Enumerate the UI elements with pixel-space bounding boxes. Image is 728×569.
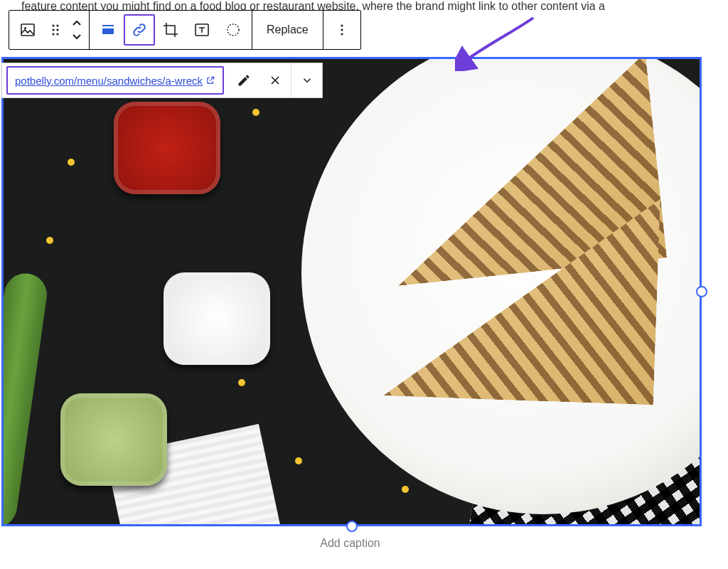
link-popover: potbelly.com/menu/sandwiches/a-wreck xyxy=(1,63,323,98)
svg-point-13 xyxy=(341,28,343,31)
text-overlay-icon xyxy=(193,21,210,38)
toolbar-group-more xyxy=(323,11,360,49)
block-movers xyxy=(68,14,86,46)
link-icon xyxy=(131,21,148,38)
link-url[interactable]: potbelly.com/menu/sandwiches/a-wreck xyxy=(6,66,224,95)
svg-point-7 xyxy=(56,33,58,35)
corn-kernel xyxy=(46,237,53,244)
more-options-button[interactable] xyxy=(326,14,358,46)
align-button[interactable] xyxy=(92,14,124,46)
image-block-type-button[interactable] xyxy=(12,14,43,46)
duotone-icon xyxy=(225,21,242,38)
svg-point-3 xyxy=(56,24,58,26)
image-block-icon xyxy=(19,21,36,38)
corn-kernel xyxy=(252,109,259,116)
corn-kernel xyxy=(402,486,409,493)
move-up-button[interactable] xyxy=(68,17,86,30)
annotation-arrow xyxy=(455,14,540,71)
replace-button[interactable]: Replace xyxy=(255,14,320,46)
duotone-button[interactable] xyxy=(218,14,249,46)
link-button[interactable] xyxy=(124,14,155,46)
edit-icon xyxy=(237,73,251,87)
svg-point-11 xyxy=(228,24,239,36)
more-options-icon xyxy=(335,23,349,37)
chevron-up-icon xyxy=(72,20,82,27)
svg-rect-0 xyxy=(21,24,34,36)
image-block[interactable] xyxy=(1,57,702,526)
resize-handle-bottom[interactable] xyxy=(346,521,358,532)
align-icon xyxy=(100,21,117,38)
chevron-down-icon xyxy=(72,33,82,40)
resize-handle-right[interactable] xyxy=(696,286,707,297)
svg-point-1 xyxy=(24,27,26,29)
svg-point-6 xyxy=(52,33,54,35)
svg-point-5 xyxy=(56,28,58,31)
crop-icon xyxy=(162,21,179,38)
svg-rect-9 xyxy=(102,28,114,34)
link-url-text: potbelly.com/menu/sandwiches/a-wreck xyxy=(15,75,203,87)
svg-point-2 xyxy=(52,24,54,26)
link-settings-toggle[interactable] xyxy=(291,63,322,97)
corn-kernel xyxy=(238,379,245,386)
block-toolbar: Replace xyxy=(9,10,361,50)
remove-link-button[interactable] xyxy=(259,63,291,97)
drag-handle-icon xyxy=(50,23,61,37)
edit-link-button[interactable] xyxy=(228,63,259,97)
move-down-button[interactable] xyxy=(68,30,86,43)
svg-point-12 xyxy=(341,24,343,26)
text-overlay-button[interactable] xyxy=(186,14,218,46)
toolbar-group-replace: Replace xyxy=(252,11,323,49)
sauce-red xyxy=(114,102,220,194)
sauce-white xyxy=(164,272,270,365)
chevron-down-icon xyxy=(301,74,314,87)
toolbar-group-block xyxy=(9,11,90,49)
corn-kernel xyxy=(68,159,75,166)
svg-point-4 xyxy=(52,28,54,31)
crop-button[interactable] xyxy=(155,14,186,46)
svg-point-14 xyxy=(341,33,343,35)
corn-kernel xyxy=(295,457,302,464)
toolbar-group-format xyxy=(90,11,252,49)
image-content xyxy=(4,59,700,524)
close-icon xyxy=(268,73,282,87)
green-onion xyxy=(4,271,50,524)
sauce-green xyxy=(60,393,167,486)
caption-input[interactable]: Add caption xyxy=(0,537,700,550)
drag-handle[interactable] xyxy=(43,14,68,46)
external-link-icon xyxy=(205,75,215,85)
